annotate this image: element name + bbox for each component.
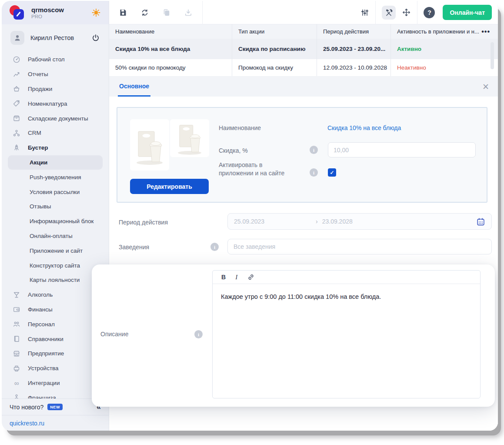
sidebar-item-app-and-site[interactable]: Приложение и сайт — [2, 243, 109, 258]
sidebar-item-label: Интеграции — [28, 380, 60, 386]
venues-label: Заведения — [119, 244, 149, 251]
printer-icon — [12, 365, 21, 372]
sidebar-item-label: Конструктор сайта — [30, 262, 80, 269]
columns-settings-icon[interactable] — [360, 8, 369, 17]
promo-photo-1[interactable] — [130, 119, 169, 171]
promo-summary-card: Редактировать Наименование Скидка 10% на… — [117, 107, 487, 203]
period-to-value: 23.09.2028 — [322, 218, 353, 225]
user-row[interactable]: Кирилл Рестов — [2, 28, 109, 48]
column-header-period[interactable]: Период действия — [317, 24, 391, 39]
toolbar-divider — [417, 1, 417, 24]
toolbar-divider — [202, 1, 203, 24]
tag-icon — [12, 100, 21, 107]
logout-icon[interactable] — [91, 33, 100, 42]
info-icon[interactable]: i — [210, 243, 219, 251]
sidebar-item-sales[interactable]: Продажи — [2, 82, 109, 97]
cell-name: Скидка 10% на все блюда — [109, 39, 232, 59]
sidebar-item-nomenclature[interactable]: Номенклатура — [2, 96, 109, 111]
info-icon[interactable]: i — [310, 146, 318, 154]
activate-label: Активировать в приложении и на сайте — [219, 161, 297, 177]
name-label: Наименование — [219, 124, 261, 131]
chart-icon — [12, 70, 21, 78]
martini-icon — [12, 291, 21, 299]
sidebar-item-reports[interactable]: Отчеты — [2, 67, 109, 82]
sidebar-item-mailing-conditions[interactable]: Условия рассылки — [2, 184, 109, 199]
sidebar-item-label: Условия рассылки — [30, 189, 80, 195]
sidebar-item-label: Складские документы — [28, 115, 88, 122]
sidebar-item-label: Устройства — [28, 365, 59, 371]
cell-name: 50% скидки по промокоду — [109, 59, 232, 76]
link-icon[interactable] — [247, 273, 255, 281]
edit-button[interactable]: Редактировать — [130, 179, 209, 194]
dashboard-icon — [12, 56, 21, 64]
close-icon[interactable]: ✕ — [482, 82, 489, 92]
refresh-icon[interactable] — [140, 8, 149, 17]
sidebar-item-booster[interactable]: Бустер — [2, 141, 109, 155]
info-icon[interactable]: i — [310, 168, 318, 177]
period-range-input[interactable]: 25.09.2023 › 23.09.2028 — [227, 213, 492, 230]
sidebar-item-warehouse[interactable]: Складские документы — [2, 111, 109, 126]
online-chat-button[interactable]: Онлайн-чат — [443, 5, 492, 20]
table-row-selected[interactable]: Скидка 10% на все блюда Скидка по распис… — [109, 39, 498, 59]
sidebar-item-info-block[interactable]: Информационный блок — [2, 214, 109, 229]
sidebar-item-workspace[interactable]: Рабочий стол — [2, 52, 109, 67]
cell-period: 12.09.2023 - 10.09.2028 — [317, 59, 391, 76]
whats-new-link[interactable]: Что нового? — [10, 404, 43, 411]
download-icon[interactable] — [184, 8, 193, 17]
activate-checkbox[interactable]: ✓ — [328, 168, 336, 177]
copy-icon[interactable] — [162, 8, 171, 17]
sidebar-item-reviews[interactable]: Отзывы — [2, 199, 109, 214]
cell-type: Скидка по расписанию — [232, 39, 317, 59]
tools-icon[interactable] — [382, 6, 396, 20]
cell-type: Промокод на скидку — [232, 59, 317, 76]
sidebar-item-label: Push-уведомления — [30, 174, 81, 181]
store-icon — [12, 350, 21, 358]
brand-block: qrmoscow PRO — [31, 6, 64, 20]
sidebar-item-label: Бустер — [28, 144, 48, 151]
tab-main[interactable]: Основное — [118, 77, 150, 97]
description-editor[interactable]: B I Каждое утро с 9:00 до 11:00 скидка 1… — [212, 270, 481, 398]
sidebar-header: qrmoscow PRO — [2, 1, 109, 24]
sidebar-item-label: Приложение и сайт — [30, 248, 83, 254]
save-icon[interactable] — [119, 8, 127, 17]
table-scrollbar[interactable] — [491, 42, 494, 69]
promo-photo-2[interactable] — [170, 119, 209, 157]
sidebar-item-push-notifications[interactable]: Push-уведомления — [2, 170, 109, 184]
calendar-icon[interactable] — [476, 217, 485, 226]
toolbar-divider — [375, 1, 376, 24]
wallet-icon — [12, 305, 21, 313]
people-icon — [12, 320, 21, 328]
discount-input[interactable] — [328, 142, 476, 157]
status-badge: Активно — [391, 39, 498, 59]
franchise-hierarchy-icon — [12, 394, 21, 398]
help-icon[interactable]: ? — [424, 7, 435, 18]
theme-toggle-icon[interactable] — [91, 8, 101, 17]
sidebar-item-crm[interactable]: CRM — [2, 126, 109, 141]
app-window: qrmoscow PRO Кирилл Рестов Рабочий стол — [2, 1, 498, 431]
infinity-icon: ∞ — [12, 379, 21, 387]
info-icon[interactable]: i — [194, 330, 203, 338]
bold-icon[interactable]: B — [221, 274, 226, 281]
promo-name-link[interactable]: Скидка 10% на все блюда — [327, 124, 401, 131]
table-row[interactable]: 50% скидки по промокоду Промокод на скид… — [109, 59, 498, 77]
sidebar-item-label: Отчеты — [28, 71, 48, 77]
sidebar-item-label: Алкоголь — [28, 291, 53, 298]
discount-label: Скидка, % — [219, 147, 248, 154]
sidebar-item-online-payments[interactable]: Онлайн-оплаты — [2, 229, 109, 244]
quickresto-site-link[interactable]: quickresto.ru — [10, 420, 44, 427]
sidebar-item-label: Номенклатура — [28, 100, 67, 107]
column-menu-icon[interactable]: ••• — [481, 28, 498, 36]
italic-icon[interactable]: I — [235, 274, 237, 281]
description-text[interactable]: Каждое утро с 9:00 до 11:00 скидка 10% н… — [213, 284, 480, 309]
quickresto-logo — [10, 5, 25, 20]
status-badge: Неактивно — [391, 59, 498, 76]
sidebar-item-label: Онлайн-оплаты — [30, 233, 73, 239]
sidebar-item-promotions[interactable]: Акции — [8, 155, 103, 170]
column-header-name[interactable]: Наименование — [109, 24, 232, 39]
book-icon — [12, 335, 21, 343]
move-icon[interactable] — [402, 8, 411, 17]
brand-plan: PRO — [31, 13, 64, 20]
column-header-type[interactable]: Тип акции — [232, 24, 317, 39]
column-header-activity[interactable]: Активность в приложении и н... ••• — [391, 24, 498, 39]
venues-input[interactable] — [227, 239, 492, 254]
